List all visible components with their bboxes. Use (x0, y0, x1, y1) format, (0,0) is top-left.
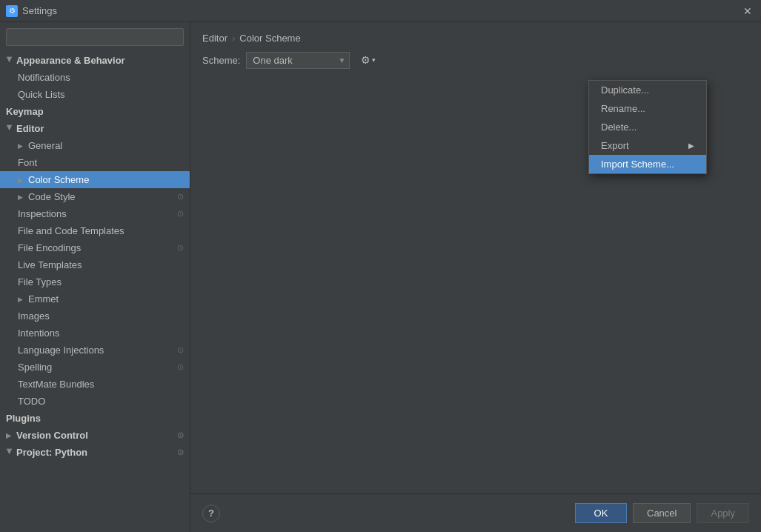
bottom-bar: ? OK Cancel Apply (190, 493, 761, 532)
title-bar: ⚙ Settings ✕ (0, 0, 761, 22)
sidebar-item-file-types[interactable]: File Types (0, 273, 190, 290)
settings-icon: ⊙ (177, 345, 184, 355)
sidebar-item-code-style[interactable]: ▶ Code Style ⊙ (0, 188, 190, 205)
sidebar-item-spelling[interactable]: Spelling ⊙ (0, 359, 190, 376)
arrow-icon: ▶ (6, 432, 13, 439)
sidebar-item-label: Quick Lists (18, 89, 184, 100)
sidebar-item-label: Project: Python (16, 447, 174, 458)
sidebar-item-live-templates[interactable]: Live Templates (0, 256, 190, 273)
sidebar-item-label: Appearance & Behavior (16, 55, 184, 66)
arrow-icon: ▶ (18, 296, 25, 303)
settings-icon: ⊙ (177, 192, 184, 202)
arrow-icon: ▶ (18, 176, 25, 184)
gear-arrow-icon: ▾ (372, 56, 376, 64)
ok-button[interactable]: OK (575, 503, 627, 523)
sidebar-item-quick-lists[interactable]: Quick Lists (0, 86, 190, 103)
sidebar-item-textmate-bundles[interactable]: TextMate Bundles (0, 376, 190, 393)
sidebar-item-label: General (28, 140, 184, 151)
settings-icon: ⊙ (177, 448, 184, 457)
sidebar-item-label: Version Control (16, 430, 174, 441)
arrow-icon: ▶ (18, 193, 25, 201)
sidebar-item-general[interactable]: ▶ General (0, 137, 190, 154)
scheme-row: Scheme: One dark Default Darcula Monokai… (190, 51, 761, 78)
sidebar-item-todo[interactable]: TODO (0, 393, 190, 410)
sidebar-item-label: Editor (16, 123, 184, 134)
scheme-select[interactable]: One dark Default Darcula Monokai Solariz… (246, 52, 350, 69)
sidebar-item-label: Keymap (6, 106, 184, 117)
scheme-label: Scheme: (202, 55, 240, 66)
sidebar-item-keymap[interactable]: Keymap (0, 103, 190, 120)
sidebar-item-file-code-templates[interactable]: File and Code Templates (0, 222, 190, 239)
sidebar-item-version-control[interactable]: ▶ Version Control ⊙ (0, 427, 190, 444)
dropdown-item-delete[interactable]: Delete... (589, 118, 706, 136)
sidebar-item-file-encodings[interactable]: File Encodings ⊙ (0, 239, 190, 256)
sidebar-item-label: Emmet (28, 293, 184, 305)
window-icon: ⚙ (6, 5, 18, 17)
search-wrapper: 🔍 (6, 28, 184, 46)
dropdown-menu: Duplicate... Rename... Delete... Export … (588, 80, 707, 174)
settings-icon: ⊙ (177, 243, 184, 253)
sidebar-item-color-scheme[interactable]: ▶ Color Scheme (0, 171, 190, 188)
dropdown-item-label: Export (601, 140, 629, 151)
sidebar-item-images[interactable]: Images (0, 307, 190, 325)
sidebar-item-label: Color Scheme (28, 174, 184, 185)
gear-button[interactable]: ⚙ ▾ (356, 51, 381, 69)
close-button[interactable]: ✕ (740, 4, 755, 19)
sidebar-item-notifications[interactable]: Notifications (0, 69, 190, 86)
arrow-icon: ▶ (18, 142, 25, 150)
apply-button[interactable]: Apply (697, 503, 749, 523)
sidebar-item-label: Notifications (18, 72, 184, 83)
breadcrumb-editor: Editor (202, 33, 227, 44)
dropdown-item-export[interactable]: Export ▶ (589, 136, 706, 155)
dropdown-item-duplicate[interactable]: Duplicate... (589, 81, 706, 99)
sidebar-item-label: Language Injections (18, 345, 174, 356)
arrow-icon: ▶ (6, 449, 13, 456)
sidebar-item-label: Intentions (18, 327, 184, 339)
dropdown-item-label: Duplicate... (601, 84, 649, 96)
action-buttons: OK Cancel Apply (575, 503, 749, 523)
sidebar: 🔍 ▶ Appearance & Behavior Notifications … (0, 22, 190, 532)
sidebar-item-language-injections[interactable]: Language Injections ⊙ (0, 342, 190, 359)
breadcrumb: Editor › Color Scheme (190, 22, 761, 51)
nav-tree: ▶ Appearance & Behavior Notifications Qu… (0, 52, 190, 532)
sidebar-item-font[interactable]: Font (0, 154, 190, 171)
sidebar-item-label: Images (18, 310, 184, 322)
help-button[interactable]: ? (202, 505, 220, 522)
sidebar-item-appearance-behavior[interactable]: ▶ Appearance & Behavior (0, 52, 190, 69)
settings-icon: ⊙ (177, 430, 184, 440)
scheme-select-wrapper: One dark Default Darcula Monokai Solariz… (246, 52, 350, 69)
sidebar-item-intentions[interactable]: Intentions (0, 325, 190, 342)
sidebar-item-label: Inspections (18, 208, 174, 219)
right-panel: Editor › Color Scheme Scheme: One dark D… (190, 22, 761, 532)
window-title: Settings (22, 5, 736, 16)
sidebar-item-label: Live Templates (18, 259, 184, 270)
breadcrumb-separator: › (232, 33, 235, 44)
sidebar-item-label: Spelling (18, 362, 174, 373)
search-input[interactable] (6, 28, 184, 46)
settings-icon: ⊙ (177, 362, 184, 372)
sidebar-item-label: TODO (18, 396, 184, 407)
breadcrumb-color-scheme: Color Scheme (239, 33, 300, 44)
sidebar-item-emmet[interactable]: ▶ Emmet (0, 290, 190, 307)
dropdown-item-import-scheme[interactable]: Import Scheme... (589, 155, 706, 173)
main-content: 🔍 ▶ Appearance & Behavior Notifications … (0, 22, 761, 532)
sidebar-item-inspections[interactable]: Inspections ⊙ (0, 205, 190, 222)
sidebar-item-label: File Encodings (18, 242, 174, 253)
arrow-icon: ▶ (6, 125, 13, 133)
dropdown-item-rename[interactable]: Rename... (589, 99, 706, 118)
sidebar-item-label: TextMate Bundles (18, 379, 184, 390)
settings-icon: ⊙ (177, 209, 184, 219)
sidebar-item-label: Code Style (28, 191, 174, 202)
cancel-button[interactable]: Cancel (633, 503, 691, 523)
sidebar-item-label: Plugins (6, 413, 184, 424)
dropdown-item-label: Rename... (601, 103, 645, 114)
submenu-arrow-icon: ▶ (688, 142, 694, 150)
dropdown-item-label: Delete... (601, 122, 637, 133)
sidebar-item-label: File and Code Templates (18, 225, 184, 236)
gear-icon: ⚙ (361, 54, 370, 66)
sidebar-item-plugins[interactable]: Plugins (0, 410, 190, 427)
sidebar-item-editor[interactable]: ▶ Editor (0, 120, 190, 137)
sidebar-item-project-python[interactable]: ▶ Project: Python ⊙ (0, 444, 190, 461)
sidebar-item-label: File Types (18, 276, 184, 287)
arrow-icon: ▶ (6, 57, 13, 64)
